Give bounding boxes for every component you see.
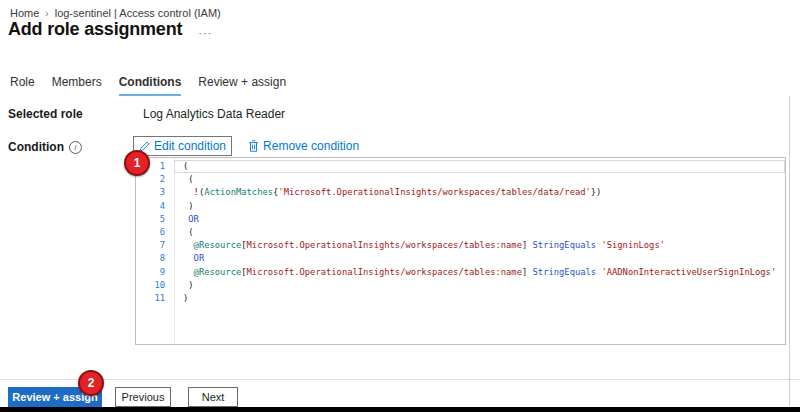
- code-line-3: 3 !(ActionMatches{'Microsoft.Operational…: [136, 186, 785, 199]
- edit-condition-button[interactable]: Edit condition: [133, 136, 232, 156]
- title-row: Add role assignment ···: [8, 19, 212, 40]
- line-number: 8: [136, 252, 174, 265]
- line-number: 4: [136, 200, 174, 213]
- trash-icon: [248, 140, 259, 152]
- line-content: ): [174, 200, 785, 213]
- window-bottom-edge: [0, 407, 800, 412]
- edit-condition-label: Edit condition: [154, 139, 226, 153]
- code-line-1: 1(: [136, 160, 785, 173]
- line-content: (: [174, 173, 785, 186]
- code-line-4: 4 ): [136, 200, 785, 213]
- line-content: ): [174, 279, 785, 292]
- line-content: (: [174, 226, 785, 239]
- code-line-8: 8 OR: [136, 252, 785, 265]
- annotation-step-1-badge: 1: [124, 150, 150, 176]
- line-number: 10: [136, 279, 174, 292]
- content-right-edge: [789, 96, 790, 406]
- condition-code-editor[interactable]: 1(2 (3 !(ActionMatches{'Microsoft.Operat…: [135, 157, 786, 345]
- tab-members[interactable]: Members: [52, 75, 102, 96]
- page-title: Add role assignment: [8, 19, 182, 40]
- line-content: @Resource[Microsoft.OperationalInsights/…: [174, 266, 785, 279]
- code-line-2: 2 (: [136, 173, 785, 186]
- code-line-6: 6 (: [136, 226, 785, 239]
- next-button[interactable]: Next: [188, 387, 238, 407]
- remove-condition-button[interactable]: Remove condition: [248, 139, 359, 153]
- code-line-5: 5 OR: [136, 213, 785, 226]
- line-number: 5: [136, 213, 174, 226]
- tabs: RoleMembersConditionsReview + assign: [10, 75, 286, 96]
- line-number: 2: [136, 173, 174, 186]
- line-number: 6: [136, 226, 174, 239]
- tab-conditions[interactable]: Conditions: [119, 75, 182, 96]
- code-line-11: 11): [136, 292, 785, 305]
- line-content: @Resource[Microsoft.OperationalInsights/…: [174, 239, 785, 252]
- line-content: !(ActionMatches{'Microsoft.OperationalIn…: [174, 186, 785, 199]
- line-content: OR: [174, 252, 785, 265]
- line-number: 11: [136, 292, 174, 305]
- code-line-10: 10 ): [136, 279, 785, 292]
- annotation-step-2-badge: 2: [78, 370, 104, 396]
- breadcrumb-separator-icon: ›: [45, 8, 48, 19]
- remove-condition-label: Remove condition: [263, 139, 359, 153]
- tab-role[interactable]: Role: [10, 75, 35, 96]
- line-content: ): [174, 292, 785, 305]
- condition-label-text: Condition: [8, 140, 64, 154]
- code-lines: 1(2 (3 !(ActionMatches{'Microsoft.Operat…: [136, 160, 785, 305]
- more-options-icon[interactable]: ···: [198, 21, 212, 39]
- footer-divider: [0, 379, 800, 380]
- code-line-9: 9 @Resource[Microsoft.OperationalInsight…: [136, 266, 785, 279]
- info-icon[interactable]: i: [69, 141, 82, 154]
- line-content: (: [174, 160, 785, 173]
- tab-review-assign[interactable]: Review + assign: [198, 75, 286, 96]
- condition-actions: Edit condition Remove condition: [133, 136, 359, 156]
- breadcrumb: Home › log-sentinel | Access control (IA…: [10, 7, 221, 19]
- breadcrumb-home[interactable]: Home: [10, 7, 39, 19]
- line-number: 9: [136, 266, 174, 279]
- add-role-assignment-page: Home › log-sentinel | Access control (IA…: [0, 0, 800, 412]
- line-content: OR: [174, 213, 785, 226]
- condition-label: Condition i: [8, 140, 82, 154]
- previous-button[interactable]: Previous: [115, 387, 171, 407]
- selected-role-label: Selected role: [8, 107, 83, 121]
- code-line-7: 7 @Resource[Microsoft.OperationalInsight…: [136, 239, 785, 252]
- line-number: 3: [136, 186, 174, 199]
- selected-role-value: Log Analytics Data Reader: [143, 107, 285, 121]
- line-number: 7: [136, 239, 174, 252]
- breadcrumb-current[interactable]: log-sentinel | Access control (IAM): [55, 7, 221, 19]
